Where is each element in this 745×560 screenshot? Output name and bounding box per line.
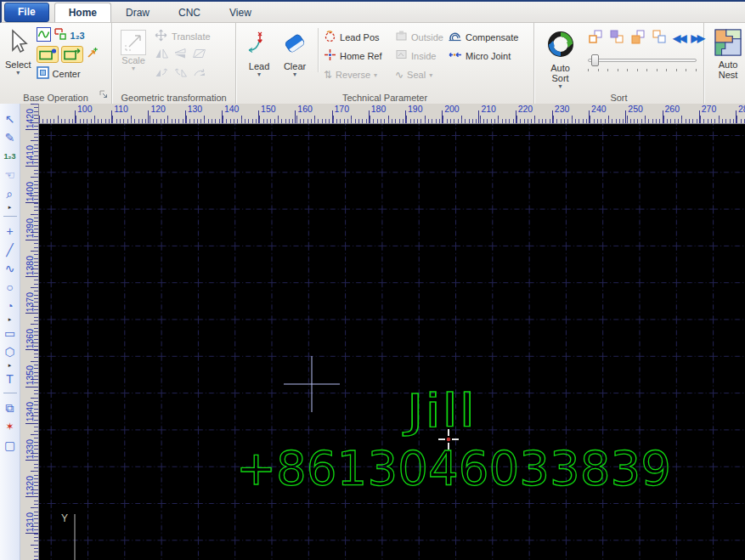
seal-dropdown-caret[interactable]: ▾ <box>429 72 432 78</box>
show-start-point-button[interactable] <box>37 46 59 63</box>
translate-button[interactable]: Translate <box>155 27 210 46</box>
slider-track[interactable] <box>588 59 697 62</box>
ruler-tick <box>25 240 38 240</box>
skew-icon[interactable] <box>192 48 206 63</box>
group-inner-separator <box>318 28 319 72</box>
ruler-value: 110 <box>114 104 128 114</box>
toolbar-separator <box>3 393 17 393</box>
ruler-value: 160 <box>297 104 313 114</box>
line-tool-icon[interactable]: ╱ <box>2 240 19 259</box>
center-button[interactable]: Center <box>37 65 98 82</box>
rotate-right-icon[interactable] <box>173 66 188 82</box>
zoom-tool-icon[interactable]: ⌕ <box>2 184 19 203</box>
ruler-value: 1390 <box>25 218 35 238</box>
quick-adjust-icon[interactable] <box>86 47 98 63</box>
auto-nest-button[interactable]: Auto Nest <box>711 26 745 80</box>
ruler-value: 1420 <box>25 109 35 128</box>
ruler-tick <box>25 496 38 497</box>
tab-cnc[interactable]: CNC <box>164 3 215 22</box>
auto-sort-dropdown-caret[interactable]: ▾ <box>559 83 562 89</box>
compensate-button[interactable]: Compensate <box>448 30 533 46</box>
node-edit-tool-icon[interactable]: ✎ <box>2 128 19 147</box>
reverse-icon: ⇅ <box>324 69 332 81</box>
ruler-tick <box>663 110 663 123</box>
pie-tool-icon[interactable]: ◔ <box>2 297 19 315</box>
scale-button[interactable]: Scale ▾ <box>121 27 146 83</box>
select-cursor-icon <box>7 29 29 59</box>
pan-tool-icon[interactable]: ☜ <box>2 166 19 184</box>
display-order-icon[interactable] <box>54 27 68 45</box>
sort-send-backward-icon[interactable] <box>609 29 624 48</box>
outside-button[interactable]: Outside <box>395 30 448 45</box>
fillet-tool-icon[interactable]: ▢ <box>2 436 19 455</box>
ruler-tick <box>552 110 553 123</box>
rect-tool-icon[interactable]: ▭ <box>2 324 19 342</box>
circle-tool-icon[interactable]: ○ <box>2 278 19 297</box>
home-ref-button[interactable]: Home Ref <box>324 48 395 65</box>
scale-icon <box>121 30 146 55</box>
reverse-dropdown-caret[interactable]: ▾ <box>374 72 377 78</box>
ruler-value: 190 <box>408 104 423 114</box>
select-tool-icon[interactable]: ↖ <box>2 110 19 128</box>
ruler-tick <box>25 202 38 203</box>
ruler-tick <box>148 110 149 123</box>
rotate-any-icon[interactable] <box>192 66 206 82</box>
wand-tool-icon[interactable]: ✶ <box>2 417 19 436</box>
seal-button[interactable]: ∿ Seal ▾ <box>395 69 448 81</box>
polygon-tool-icon[interactable]: ⬡ <box>2 342 19 361</box>
clear-dropdown-caret[interactable]: ▾ <box>293 71 296 77</box>
select-dropdown-caret[interactable]: ▾ <box>16 70 20 76</box>
lead-button[interactable]: Lead ▾ <box>241 26 277 84</box>
ruler-tick <box>25 533 38 534</box>
sort-step-back-button[interactable]: ◀◀ <box>673 32 685 44</box>
ruler-tick <box>185 110 186 123</box>
sort-send-back-icon[interactable] <box>652 29 667 48</box>
point-tool-icon[interactable]: + <box>2 222 19 240</box>
lead-pos-button[interactable]: Lead Pos <box>324 30 395 46</box>
reverse-button[interactable]: ⇅ Reverse ▾ <box>324 69 395 81</box>
ruler-value: 260 <box>665 104 680 114</box>
mirror-vertical-icon[interactable] <box>173 48 188 63</box>
show-number-icon[interactable]: 1₂3 <box>71 31 85 41</box>
select-button[interactable]: Select ▾ <box>5 26 31 82</box>
show-path-direction-icon[interactable] <box>37 27 51 45</box>
tab-draw[interactable]: Draw <box>111 3 164 22</box>
tab-home[interactable]: Home <box>54 3 111 22</box>
ruler-value: 1380 <box>25 256 35 275</box>
sort-bring-forward-icon[interactable] <box>588 29 603 48</box>
tab-file[interactable]: File <box>4 3 49 22</box>
horizontal-ruler: 1001101201301401501601701801902002102202… <box>39 104 745 124</box>
pie-options[interactable]: ▸ <box>2 315 19 324</box>
rotate-left-icon[interactable] <box>155 66 169 82</box>
slider-tick-marks <box>588 69 697 71</box>
auto-sort-button[interactable]: Auto Sort ▾ <box>541 26 579 89</box>
micro-joint-button[interactable]: Micro Joint <box>448 48 533 64</box>
tab-view[interactable]: View <box>215 3 266 22</box>
ruler-value: 130 <box>188 104 203 114</box>
ruler-value: 100 <box>77 104 93 114</box>
drawing-canvas[interactable]: Y Jill +8613046033839 <box>39 124 745 560</box>
numbering-tool-icon[interactable]: 1₂3 <box>2 147 19 166</box>
sort-bring-front-icon[interactable] <box>630 29 646 48</box>
auto-nest-icon <box>714 29 742 59</box>
arc-tool-icon[interactable]: ∿ <box>2 259 19 278</box>
zoom-options[interactable]: ▸ <box>2 203 19 212</box>
ruler-value: 1370 <box>25 292 35 312</box>
slider-thumb[interactable] <box>591 54 599 66</box>
lead-dropdown-caret[interactable]: ▾ <box>257 71 261 77</box>
base-operation-dialog-launcher[interactable] <box>99 87 108 102</box>
shape-text-phone[interactable]: +8613046033839 <box>236 441 671 495</box>
combine-tool-icon[interactable]: ⧉ <box>2 399 19 417</box>
ruler-value: 170 <box>335 104 350 114</box>
sort-step-slider[interactable] <box>588 54 697 67</box>
shape-text-name[interactable]: Jill <box>403 384 476 438</box>
show-cut-direction-button[interactable] <box>61 46 83 63</box>
polygon-options[interactable]: ▸ <box>2 361 19 370</box>
drawing-toolbar: ↖✎1₂3☜⌕▸+╱∿○◔▸▭⬡▸T⧉✶▢ <box>0 104 20 560</box>
inside-button[interactable]: Inside <box>395 48 448 64</box>
clear-button[interactable]: Clear ▾ <box>277 26 313 84</box>
scale-dropdown-caret[interactable]: ▾ <box>132 65 135 71</box>
sort-step-forward-button[interactable]: ▶▶ <box>691 32 703 44</box>
mirror-horizontal-icon[interactable] <box>155 48 169 63</box>
text-tool-icon[interactable]: T <box>2 370 19 388</box>
